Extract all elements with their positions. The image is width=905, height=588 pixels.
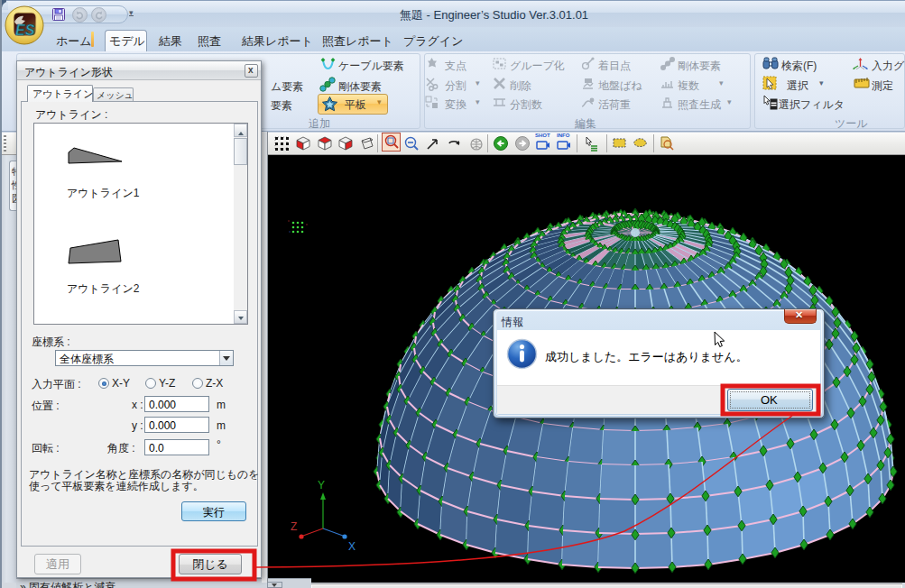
svg-text:ES: ES xyxy=(15,23,35,38)
svg-text:Z: Z xyxy=(291,520,297,533)
svg-text:Y: Y xyxy=(318,479,325,492)
svg-text:X: X xyxy=(348,540,356,553)
